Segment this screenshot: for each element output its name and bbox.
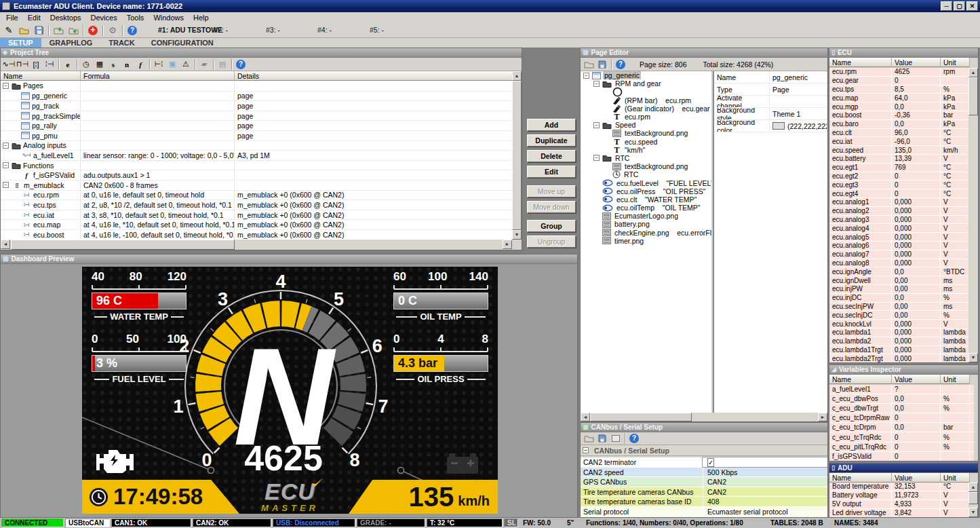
tab-setup[interactable]: SETUP	[0, 38, 41, 48]
setting-value[interactable]: 500 Kbps	[703, 468, 827, 477]
canbus-row[interactable]: CAN2 speed500 Kbps	[581, 468, 827, 478]
tree-row[interactable]: pg_trackSimplepage	[1, 111, 512, 121]
page-tree-item[interactable]: Tecu.rpm	[581, 113, 711, 121]
help-icon[interactable]: ?	[614, 58, 627, 70]
tree-row[interactable]: −Analog inputs	[1, 140, 512, 151]
device-slot-5[interactable]: #5: -	[370, 26, 384, 34]
project-tree-hscrollbar[interactable]: ◄ ►	[1, 240, 512, 250]
analog-input-icon[interactable]: ∿⊣	[2, 58, 16, 70]
value-row[interactable]: ecu.analog30,000V	[829, 216, 968, 225]
page-tree-item[interactable]: −pg_generic	[581, 71, 711, 79]
alarm-icon[interactable]: ⚠	[179, 58, 193, 70]
value-row[interactable]: ecu.egt1769°C	[829, 164, 968, 172]
value-row[interactable]: c_ecu_pitLTrqRdc0%	[829, 442, 974, 452]
setting-value[interactable]: Ecumaster serial protocol	[703, 507, 827, 516]
page-tree-item[interactable]: −RTC	[581, 154, 711, 162]
help-icon[interactable]: ?	[234, 58, 248, 70]
value-row[interactable]: c_ecu_tcDrpm0,0bar	[829, 423, 974, 432]
dashboard-preview-titlebar[interactable]: ▤ Dashboard Preview	[1, 254, 577, 264]
value-row[interactable]: ecu.analog50,000V	[829, 233, 968, 242]
help-icon[interactable]: ?	[125, 24, 140, 37]
property-row[interactable]: Activate channel	[714, 96, 827, 108]
page-tree-item[interactable]: Tecu.speed	[581, 138, 711, 146]
value-row[interactable]: ecu.battery13,39V	[829, 155, 968, 164]
value-row[interactable]: Board temperature32,153°C	[829, 483, 968, 491]
device-slot-1[interactable]: #1: ADU TESTOWE	[158, 26, 222, 34]
page-tree-item[interactable]: EcumasterLogo.png	[581, 212, 711, 220]
menu-edit[interactable]: Edit	[23, 13, 45, 22]
tree-row[interactable]: −Pages	[1, 81, 512, 91]
page-tree-item[interactable]	[581, 88, 711, 96]
canbus-row[interactable]: Tire temperature cameras CANbusCAN2	[581, 487, 827, 497]
value-row[interactable]: ecu.map64,0kPa	[829, 94, 968, 102]
export-project-icon[interactable]	[66, 24, 81, 37]
close-button[interactable]: ✕	[966, 1, 978, 11]
edit-button[interactable]: Edit	[527, 166, 576, 178]
tree-row[interactable]: ff_isGPSValidadu.outputs.aux1 > 1	[1, 170, 512, 180]
value-row[interactable]: ecu.secInjDC0,00%	[829, 311, 968, 320]
tree-row[interactable]: −[⁞]m_emublackCAN2 0x600 - 8 frames	[1, 180, 512, 190]
ecu-titlebar[interactable]: ▯ ECU	[829, 48, 978, 58]
value-row[interactable]: ecu.secInjPW0,00ms	[829, 303, 968, 312]
move-down-button[interactable]: Move down	[527, 201, 576, 213]
value-row[interactable]: c_ecu_tcDrpmRaw0	[829, 413, 974, 423]
page-tree-item[interactable]: −RPM and gear	[581, 79, 711, 88]
connect-icon[interactable]: ✎	[1, 24, 16, 37]
setting-value[interactable]: ✓	[703, 457, 827, 467]
column-header-unit[interactable]: Unit	[941, 58, 970, 67]
setting-value[interactable]: 408	[703, 497, 827, 506]
canbus-row[interactable]: CAN2 terminator✓	[581, 457, 827, 468]
window-titlebar[interactable]: Ecumaster ADU Client. Device name: 1771-…	[0, 0, 980, 12]
tab-track[interactable]: TRACK	[100, 38, 143, 48]
value-row[interactable]: ecu.analog70,000V	[829, 250, 968, 259]
value-row[interactable]: ecu.lambda2Trgt0,000lambda	[829, 354, 968, 362]
page-tree-item[interactable]: textBackground.png	[581, 129, 711, 137]
can-output-icon[interactable]: ⊢⁞	[152, 58, 165, 70]
open-file-icon[interactable]	[16, 24, 31, 37]
open-icon[interactable]	[582, 433, 595, 445]
timer-icon[interactable]: ◷	[79, 58, 93, 70]
column-header-unit[interactable]: Unit	[941, 375, 970, 384]
variables-inspector-titlebar[interactable]: ◢ Variables Inspector	[829, 365, 978, 375]
detach-icon[interactable]	[609, 433, 623, 445]
property-value[interactable]	[770, 96, 827, 107]
page-tree-item[interactable]: ecu.oilPress "OIL PRESS" battery	[581, 187, 711, 195]
column-header-value[interactable]: Value	[892, 473, 941, 483]
value-row[interactable]: ecu.knockLvl0,000V	[829, 320, 968, 328]
canbus-titlebar[interactable]: ▦ CANbus / Serial Setup	[581, 423, 827, 432]
page-tree-item[interactable]: ecu.clt "WATER TEMP"	[581, 195, 711, 204]
project-tree-vscrollbar[interactable]: ▲ ▼	[512, 71, 522, 240]
property-row[interactable]: Namepg_generic	[714, 71, 827, 83]
group-icon[interactable]: ▰	[197, 58, 211, 70]
property-value[interactable]: (222,222,222)	[770, 120, 827, 132]
can2-terminator-checkbox[interactable]: ✓	[707, 458, 714, 467]
collapse-icon[interactable]: −	[583, 447, 589, 453]
value-row[interactable]: ecu.lambda20,000lambda	[829, 337, 968, 346]
device-slot-4[interactable]: #4: -	[317, 26, 332, 34]
value-row[interactable]: ecu.lambda10,000lambda	[829, 328, 968, 337]
property-row[interactable]: Background styleTheme 1	[714, 108, 827, 120]
can-input-icon[interactable]: ⁞⊣	[43, 58, 56, 70]
value-row[interactable]: c_ecu_dbwPos0,0%	[829, 394, 974, 404]
tab-graphlog[interactable]: GRAPHLOG	[41, 38, 101, 48]
column-header-details[interactable]: Details	[235, 71, 512, 81]
tree-row[interactable]: ⁞⊣ecu.iatat 3, s8, *10, default set 0, t…	[1, 210, 512, 220]
value-row[interactable]: ecu.ignDwell0,00ms	[829, 276, 968, 285]
menu-devices[interactable]: Devices	[86, 13, 122, 22]
column-header-unit[interactable]: Unit	[941, 473, 970, 483]
property-row[interactable]: Background color(222,222,222)	[714, 120, 827, 132]
value-row[interactable]: ecu.gear0	[829, 77, 968, 86]
value-row[interactable]: ecu.clt96,0°C	[829, 129, 968, 138]
value-row[interactable]: f_isGPSValid0	[829, 452, 974, 461]
property-value[interactable]: pg_generic	[770, 71, 827, 83]
menu-help[interactable]: Help	[189, 13, 214, 22]
tab-configuration[interactable]: CONFIGURATION	[143, 38, 222, 48]
canbus-row[interactable]: Tire temperature cameras base ID408	[581, 497, 827, 507]
value-row[interactable]: ecu.analog20,000V	[829, 207, 968, 216]
switch-icon[interactable]: s	[106, 58, 120, 70]
canbus-section-header[interactable]: − CANbus / Serial Setup	[581, 445, 827, 456]
value-row[interactable]: ecu.tps8,5%	[829, 86, 968, 94]
digital-input-icon[interactable]: ⊓⊣	[16, 58, 29, 70]
log-icon[interactable]: ▤	[216, 58, 229, 70]
adu-vscrollbar[interactable]: ▲ ▼	[968, 483, 978, 517]
